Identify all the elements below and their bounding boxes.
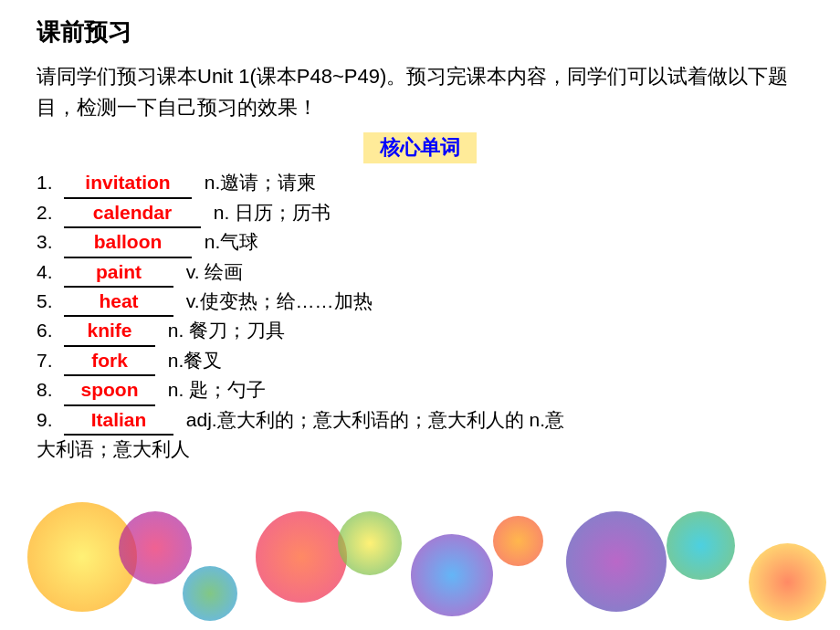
last-line-text: 大利语；意大利人 [37,436,803,463]
vocab-def: v. 绘画 [181,258,243,286]
vocab-blank: spoon [64,376,155,405]
item-number: 7. [37,347,64,374]
vocab-word: calendar [93,202,172,223]
vocab-list: 1. invitation n.邀请；请柬 2. calendar n. 日历；… [37,169,803,436]
section-title-wrap: 核心单词 [37,132,803,163]
item-number: 3. [37,228,64,256]
vocab-word: Italian [91,409,147,430]
list-item: 7. fork n.餐叉 [37,347,803,376]
list-item: 2. calendar n. 日历；历书 [37,199,803,228]
list-item: 1. invitation n.邀请；请柬 [37,169,803,198]
list-item: 5. heat v.使变热；给……加热 [37,288,803,317]
vocab-blank: fork [64,347,155,376]
item-number: 4. [37,258,64,286]
list-item: 4. paint v. 绘画 [37,258,803,288]
vocab-def: n. 日历；历书 [208,199,331,226]
vocab-blank: paint [64,258,173,288]
list-item: 9. Italian adj.意大利的；意大利语的；意大利人的 n.意 [37,406,803,436]
item-number: 1. [37,169,64,196]
item-number: 5. [37,288,64,315]
intro-text: 请同学们预习课本Unit 1(课本P48~P49)。预习完课本内容，同学们可以试… [37,61,803,123]
vocab-blank: Italian [64,406,173,436]
vocab-word: spoon [81,379,139,400]
section-title: 核心单词 [363,132,477,163]
vocab-word: invitation [85,172,170,193]
list-item: 8. spoon n. 匙；勺子 [37,376,803,405]
vocab-def: v.使变热；给……加热 [181,288,373,315]
item-number: 6. [37,317,64,344]
item-number: 2. [37,199,64,226]
list-item: 3. balloon n.气球 [37,228,803,257]
vocab-def: n. 匙；勺子 [163,376,266,404]
vocab-def: n.邀请；请柬 [199,169,316,196]
vocab-blank: invitation [64,169,192,198]
vocab-def: n.气球 [199,228,258,256]
vocab-def: n.餐叉 [163,347,222,374]
vocab-blank: balloon [64,228,192,257]
vocab-word: paint [96,261,142,282]
vocab-blank: heat [64,288,173,317]
list-item: 6. knife n. 餐刀；刀具 [37,317,803,346]
vocab-blank: knife [64,317,155,346]
item-number: 8. [37,376,64,404]
vocab-def: n. 餐刀；刀具 [163,317,285,344]
vocab-word: fork [91,350,128,371]
vocab-word: knife [87,320,131,341]
page-title: 课前预习 [37,16,803,48]
vocab-word: heat [99,290,138,311]
vocab-def: adj.意大利的；意大利语的；意大利人的 n.意 [181,406,564,434]
vocab-word: balloon [94,231,163,252]
item-number: 9. [37,406,64,434]
vocab-blank: calendar [64,199,201,228]
